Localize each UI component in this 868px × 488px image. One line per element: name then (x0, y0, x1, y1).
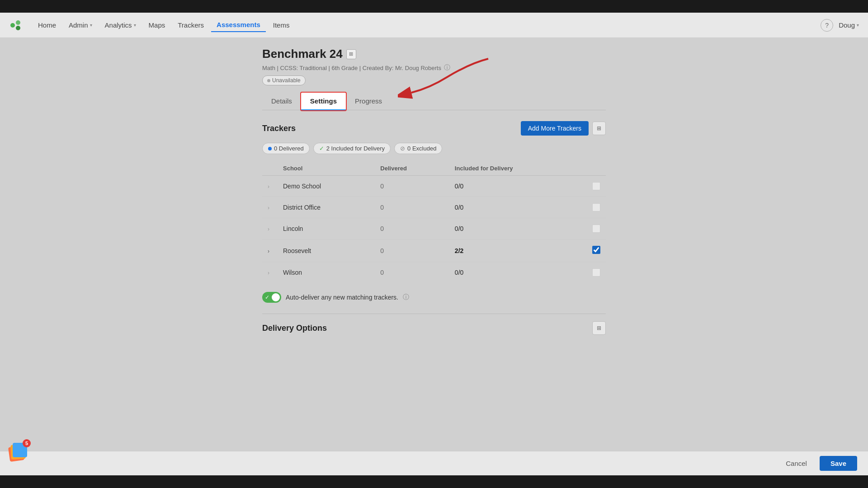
badge-count: 5 (23, 439, 31, 447)
delivered-value: 0 (375, 239, 449, 262)
navbar-right: ? Doug ▾ (821, 19, 859, 32)
col-delivered: Delivered (375, 161, 449, 176)
page-title-row: Benchmark 24 ⊞ (262, 47, 606, 61)
svg-point-0 (10, 23, 15, 28)
col-school: School (278, 161, 375, 176)
nav-item-maps[interactable]: Maps (143, 19, 171, 32)
row-checkbox-ghost (592, 225, 600, 233)
page-title: Benchmark 24 (262, 47, 343, 61)
filter-row: 0 Delivered ✓ 2 Included for Delivery ⊘ … (262, 143, 606, 154)
toggle-check-icon: ✓ (265, 294, 269, 300)
delivery-options-icon-btn[interactable]: ⊞ (592, 321, 606, 335)
delivery-section-title: Delivery Options (262, 324, 327, 333)
navbar: Home Admin ▾ Analytics ▾ Maps Trackers A… (0, 13, 868, 38)
user-chevron-icon: ▾ (857, 23, 859, 28)
trackers-title: Trackers (262, 124, 296, 133)
table-row: › Demo School 0 0/0 (262, 176, 606, 197)
user-menu[interactable]: Doug ▾ (839, 21, 859, 29)
auto-deliver-row: ✓ Auto-deliver any new matching trackers… (262, 292, 606, 303)
row-expand-icon[interactable]: › (268, 183, 272, 190)
included-check-icon: ✓ (319, 145, 324, 152)
filter-delivered[interactable]: 0 Delivered (262, 143, 310, 154)
included-value: 0/0 (449, 197, 587, 218)
row-expand-icon[interactable]: › (268, 248, 272, 254)
tab-details[interactable]: Details (262, 93, 301, 110)
delivered-value: 0 (375, 176, 449, 197)
tabs-row: Details Settings Progress (262, 93, 606, 110)
school-name: Roosevelt (278, 239, 375, 262)
row-checkbox-ghost (592, 268, 600, 277)
row-expand-icon[interactable]: › (268, 205, 272, 211)
included-value: 0/0 (449, 218, 587, 239)
auto-deliver-info-icon[interactable]: ⓘ (403, 293, 409, 301)
row-expand-icon[interactable]: › (268, 226, 272, 232)
save-button[interactable]: Save (820, 456, 857, 471)
table-row: › Roosevelt 0 2/2 (262, 239, 606, 262)
delivered-dot (268, 147, 272, 150)
table-row: › District Office 0 0/0 (262, 197, 606, 218)
school-name: Demo School (278, 176, 375, 197)
filter-excluded[interactable]: ⊘ 0 Excluded (394, 143, 442, 154)
delivered-value: 0 (375, 218, 449, 239)
add-trackers-button[interactable]: Add More Trackers (521, 121, 589, 136)
excluded-icon: ⊘ (400, 145, 405, 152)
trackers-btn-row: Add More Trackers ⊞ (521, 121, 606, 136)
cancel-button[interactable]: Cancel (778, 456, 814, 471)
nav-item-admin[interactable]: Admin ▾ (63, 19, 98, 32)
included-value: 0/0 (449, 176, 587, 197)
delivered-value: 0 (375, 262, 449, 283)
school-name: District Office (278, 197, 375, 218)
auto-deliver-toggle[interactable]: ✓ (262, 292, 281, 303)
school-name: Wilson (278, 262, 375, 283)
action-bar: Cancel Save (0, 451, 868, 475)
nav-item-items[interactable]: Items (268, 19, 295, 32)
status-badge: Unavailable (262, 75, 306, 85)
delivery-section-header: Delivery Options ⊞ (262, 314, 606, 335)
auto-deliver-label: Auto-deliver any new matching trackers. (286, 294, 398, 301)
title-icon[interactable]: ⊞ (346, 49, 356, 59)
table-row: › Lincoln 0 0/0 (262, 218, 606, 239)
subtitle-info-icon[interactable]: ⓘ (444, 64, 450, 72)
nav-items: Home Admin ▾ Analytics ▾ Maps Trackers A… (33, 18, 821, 32)
nav-item-trackers[interactable]: Trackers (172, 19, 209, 32)
nav-item-analytics[interactable]: Analytics ▾ (99, 19, 142, 32)
trackers-table: School Delivered Included for Delivery ›… (262, 161, 606, 283)
app-logo[interactable] (9, 18, 24, 33)
delivered-value: 0 (375, 197, 449, 218)
tabs-container: Details Settings Progress (262, 93, 606, 110)
main-content: Benchmark 24 ⊞ Math | CCSS: Traditional … (0, 38, 868, 475)
tab-progress[interactable]: Progress (346, 93, 391, 110)
school-name: Lincoln (278, 218, 375, 239)
col-included: Included for Delivery (449, 161, 587, 176)
trackers-export-button[interactable]: ⊞ (592, 122, 606, 135)
row-checkbox-input[interactable] (592, 246, 600, 254)
nav-item-assessments[interactable]: Assessments (211, 18, 266, 32)
nav-item-home[interactable]: Home (33, 19, 61, 32)
row-expand-icon[interactable]: › (268, 270, 272, 276)
tab-settings[interactable]: Settings (301, 93, 346, 110)
toggle-thumb (272, 293, 280, 301)
col-checkbox (587, 161, 606, 176)
col-expand (262, 161, 278, 176)
admin-chevron-icon: ▾ (90, 23, 92, 28)
included-value: 2/2 (449, 239, 587, 262)
analytics-chevron-icon: ▾ (134, 23, 136, 28)
svg-point-1 (16, 20, 20, 25)
top-bar (0, 0, 868, 13)
row-checkbox-ghost (592, 203, 600, 211)
floating-notification-badge[interactable]: 5 (9, 439, 31, 461)
row-checkbox-ghost (592, 182, 600, 190)
trackers-section-header: Trackers Add More Trackers ⊞ (262, 121, 606, 136)
included-value: 0/0 (449, 262, 587, 283)
filter-included[interactable]: ✓ 2 Included for Delivery (313, 143, 391, 154)
help-button[interactable]: ? (821, 19, 833, 32)
table-row: › Wilson 0 0/0 (262, 262, 606, 283)
status-dot (267, 79, 270, 82)
page-subtitle: Math | CCSS: Traditional | 6th Grade | C… (262, 64, 606, 72)
svg-point-2 (16, 26, 20, 30)
